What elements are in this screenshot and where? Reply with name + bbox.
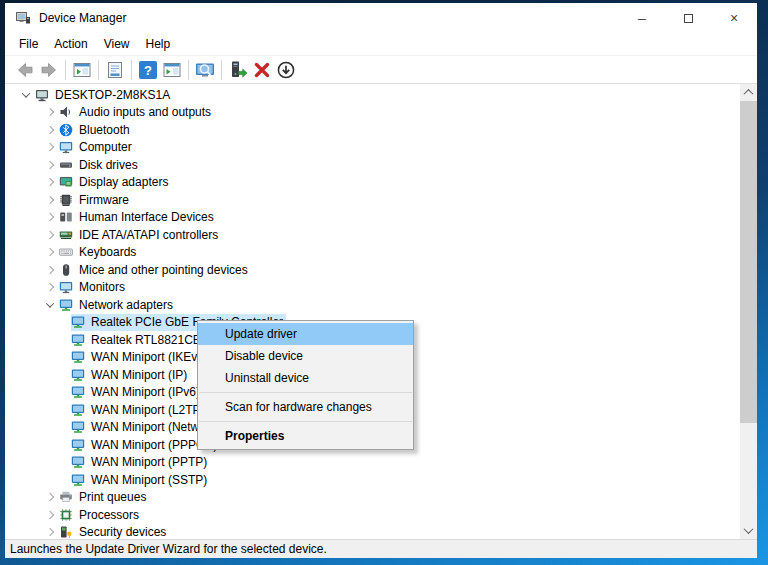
toolbar-separator <box>98 60 99 80</box>
tree-item-label: WAN Miniport (PPTP) <box>91 455 207 469</box>
tree-item[interactable]: Monitors <box>5 279 740 297</box>
tree-item-content[interactable]: Processors <box>59 506 142 524</box>
network-icon <box>71 455 86 470</box>
forward-arrow-button[interactable] <box>37 58 61 82</box>
chevron-right-icon[interactable] <box>41 139 59 157</box>
chevron-placeholder <box>53 419 71 437</box>
tree-item-content[interactable]: WAN Miniport (IP) <box>71 366 190 384</box>
chevron-down-icon[interactable] <box>17 86 35 104</box>
close-button[interactable]: × <box>711 3 757 33</box>
help-button[interactable]: ? <box>136 58 160 82</box>
vertical-scrollbar[interactable] <box>740 84 757 539</box>
tree-item-content[interactable]: WAN Miniport (IPv6) <box>71 384 203 402</box>
chevron-right-icon[interactable] <box>41 506 59 524</box>
action-pane-button[interactable] <box>160 58 184 82</box>
properties-page-button[interactable] <box>103 58 127 82</box>
menu-view[interactable]: View <box>96 33 138 55</box>
console-tree-button[interactable] <box>70 58 94 82</box>
network-icon <box>71 472 86 487</box>
tree-item-content[interactable]: Network adapters <box>59 296 176 314</box>
tree-item-content[interactable]: WAN Miniport (PPTP) <box>71 454 210 472</box>
tree-item-content[interactable]: Keyboards <box>59 244 139 262</box>
chevron-right-icon[interactable] <box>41 191 59 209</box>
tree-item-content[interactable]: Firmware <box>59 191 132 209</box>
tree-item[interactable]: DESKTOP-2M8KS1A <box>5 86 740 104</box>
tree-item[interactable]: Computer <box>5 139 740 157</box>
tree-item[interactable]: IDE ATA/ATAPI controllers <box>5 226 740 244</box>
tree-item-content[interactable]: WAN Miniport (IKEv2) <box>71 349 211 367</box>
tree-item-content[interactable]: Disk drives <box>59 156 141 174</box>
tree-item-content[interactable]: IDE ATA/ATAPI controllers <box>59 226 221 244</box>
tree-item[interactable]: Keyboards <box>5 244 740 262</box>
network-icon <box>71 315 86 330</box>
tree-item[interactable]: WAN Miniport (SSTP) <box>5 471 740 489</box>
scan-hardware-button[interactable] <box>193 58 217 82</box>
tree-item-content[interactable]: Monitors <box>59 279 128 297</box>
tree-item-label: Keyboards <box>79 245 136 259</box>
maximize-button[interactable] <box>665 3 711 33</box>
tree-item-content[interactable]: Human Interface Devices <box>59 209 217 227</box>
tree-item[interactable]: Security devices <box>5 524 740 540</box>
tree-item[interactable]: Network adapters <box>5 296 740 314</box>
chevron-right-icon[interactable] <box>41 279 59 297</box>
security-icon <box>59 525 74 539</box>
tree-item-content[interactable]: Display adapters <box>59 174 171 192</box>
tree-item-content[interactable]: Bluetooth <box>59 121 133 139</box>
chevron-right-icon[interactable] <box>41 209 59 227</box>
back-arrow-button[interactable] <box>13 58 37 82</box>
tree-item[interactable]: Display adapters <box>5 174 740 192</box>
tree-item-content[interactable]: DESKTOP-2M8KS1A <box>35 86 173 104</box>
menu-help[interactable]: Help <box>138 33 179 55</box>
chevron-right-icon[interactable] <box>41 104 59 122</box>
tree-item[interactable]: WAN Miniport (PPTP) <box>5 454 740 472</box>
disk-icon <box>59 157 74 172</box>
tree-item-content[interactable]: WAN Miniport (L2TP) <box>71 401 208 419</box>
tree-item[interactable]: Print queues <box>5 489 740 507</box>
menu-action[interactable]: Action <box>46 33 95 55</box>
scroll-up-icon[interactable] <box>740 84 757 101</box>
tree-item-content[interactable]: WAN Miniport (SSTP) <box>71 471 210 489</box>
update-driver-button[interactable] <box>226 58 250 82</box>
tree-item-content[interactable]: Mice and other pointing devices <box>59 261 251 279</box>
uninstall-device-button[interactable] <box>250 58 274 82</box>
toolbar-separator <box>188 60 189 80</box>
context-menu-item-disable-device[interactable]: Disable device <box>198 345 413 367</box>
tree-item-content[interactable]: Security devices <box>59 524 169 540</box>
tree-item-content[interactable]: Computer <box>59 139 135 157</box>
tree-item[interactable]: Processors <box>5 506 740 524</box>
tree-item-label: Processors <box>79 508 139 522</box>
chevron-right-icon[interactable] <box>41 156 59 174</box>
tree-item[interactable]: Human Interface Devices <box>5 209 740 227</box>
context-menu-item-properties[interactable]: Properties <box>198 425 413 447</box>
tree-item[interactable]: Mice and other pointing devices <box>5 261 740 279</box>
tree-item-content[interactable]: Audio inputs and outputs <box>59 104 214 122</box>
chevron-right-icon[interactable] <box>41 174 59 192</box>
tree-item[interactable]: Disk drives <box>5 156 740 174</box>
chevron-right-icon[interactable] <box>41 524 59 540</box>
context-menu-item-scan-for-hardware-changes[interactable]: Scan for hardware changes <box>198 396 413 418</box>
scroll-down-icon[interactable] <box>740 522 757 539</box>
minimize-button[interactable]: – <box>619 3 665 33</box>
chevron-right-icon[interactable] <box>41 244 59 262</box>
action-pane-icon <box>162 60 182 80</box>
chevron-right-icon[interactable] <box>41 261 59 279</box>
help-icon: ? <box>138 60 158 80</box>
scrollbar-thumb[interactable] <box>740 101 757 423</box>
disable-device-button[interactable] <box>274 58 298 82</box>
tree-item[interactable]: Bluetooth <box>5 121 740 139</box>
scan-hardware-icon <box>195 60 215 80</box>
tree-item[interactable]: Audio inputs and outputs <box>5 104 740 122</box>
context-menu-item-update-driver[interactable]: Update driver <box>198 323 413 345</box>
tree-item[interactable]: Firmware <box>5 191 740 209</box>
menu-file[interactable]: File <box>11 33 46 55</box>
chevron-right-icon[interactable] <box>41 226 59 244</box>
tree-item-label: WAN Miniport (SSTP) <box>91 473 207 487</box>
chevron-down-icon[interactable] <box>41 296 59 314</box>
tree-item-content[interactable]: Print queues <box>59 489 149 507</box>
context-menu-item-uninstall-device[interactable]: Uninstall device <box>198 367 413 389</box>
network-icon <box>71 367 86 382</box>
mouse-icon <box>59 262 74 277</box>
chevron-right-icon[interactable] <box>41 489 59 507</box>
device-manager-app-icon <box>15 10 31 26</box>
chevron-right-icon[interactable] <box>41 121 59 139</box>
